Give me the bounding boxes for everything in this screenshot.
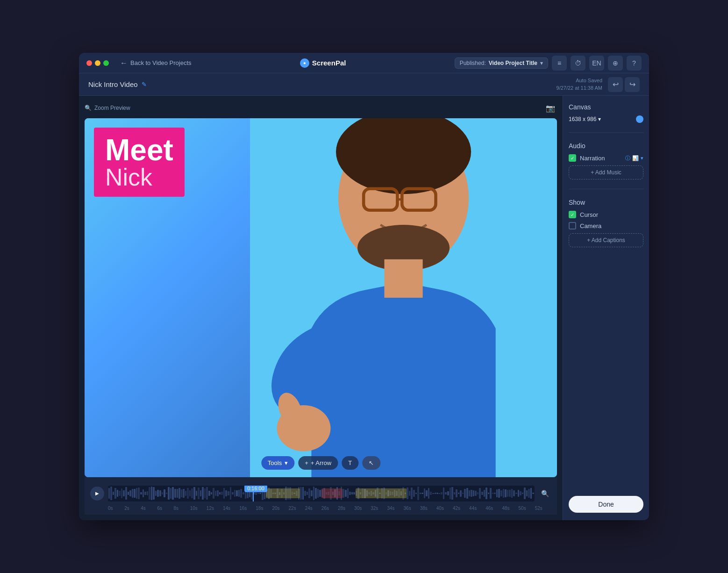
play-icon: ▶ bbox=[95, 491, 99, 496]
logo-text: ScreenPal bbox=[312, 59, 346, 67]
titlebar-right: Published: Video Project Title ▾ ≡ ⏱ EN … bbox=[455, 56, 642, 71]
camera-row: Camera bbox=[569, 222, 643, 229]
canvas-size-dropdown[interactable]: 1638 x 986 ▾ bbox=[569, 116, 601, 122]
timecode-label: 40s bbox=[436, 506, 453, 511]
tools-chevron-icon: ▾ bbox=[285, 459, 288, 466]
tools-label: Tools bbox=[268, 459, 282, 466]
arrow-tool-label: + Arrow bbox=[311, 459, 331, 466]
yellow-segment bbox=[266, 488, 300, 498]
timecode-label: 38s bbox=[420, 506, 436, 511]
minimize-button[interactable] bbox=[95, 60, 100, 66]
add-captions-button[interactable]: + Add Captions bbox=[569, 233, 643, 247]
timecode-label: 22s bbox=[289, 506, 305, 511]
cursor-checkbox[interactable]: ✓ bbox=[569, 211, 576, 218]
autosave-section: Auto Saved 9/27/22 at 11:38 AM ↩ ↪ bbox=[557, 77, 640, 92]
timeline-search-button[interactable]: 🔍 bbox=[538, 487, 551, 500]
timecode-label: 30s bbox=[354, 506, 371, 511]
help-icon[interactable]: ? bbox=[627, 56, 642, 71]
arrow-tool-button[interactable]: + + Arrow bbox=[298, 456, 338, 470]
canvas-audio-divider bbox=[569, 132, 643, 133]
tools-button[interactable]: Tools ▾ bbox=[261, 456, 294, 470]
info-icon[interactable]: ⓘ bbox=[625, 155, 630, 162]
close-button[interactable] bbox=[86, 60, 92, 66]
narration-chevron-icon[interactable]: ▾ bbox=[641, 155, 643, 161]
chart-icon[interactable]: 📊 bbox=[632, 155, 639, 161]
layers-icon[interactable]: ⊕ bbox=[608, 56, 623, 71]
menu-icon[interactable]: ≡ bbox=[552, 56, 567, 71]
cursor-tool-button[interactable]: ↖ bbox=[362, 456, 380, 470]
canvas-row: 1638 x 986 ▾ bbox=[569, 115, 643, 123]
language-icon[interactable]: EN bbox=[589, 56, 604, 71]
canvas-size-value: 1638 x 986 bbox=[569, 116, 596, 122]
autosave-label: Auto Saved bbox=[557, 77, 602, 84]
show-section: Show ✓ Cursor Camera + Add Captions bbox=[569, 199, 643, 247]
svg-rect-7 bbox=[384, 259, 422, 298]
project-title-container: Nick Intro Video ✎ bbox=[88, 80, 147, 88]
timecode-label: 12s bbox=[207, 506, 223, 511]
traffic-lights bbox=[86, 60, 109, 66]
zoom-preview-button[interactable]: 🔍 Zoom Preview bbox=[85, 105, 130, 111]
edit-title-icon[interactable]: ✎ bbox=[142, 81, 147, 88]
play-button[interactable]: ▶ bbox=[90, 487, 104, 501]
timecode-label: 24s bbox=[305, 506, 321, 511]
titlebar-center: ● ScreenPal bbox=[197, 58, 449, 68]
project-title: Nick Intro Video bbox=[88, 80, 138, 88]
timecode-label: 32s bbox=[371, 506, 387, 511]
timecode-label: 0s bbox=[108, 506, 124, 511]
timecode-label: 26s bbox=[321, 506, 338, 511]
timecode-label: 42s bbox=[453, 506, 469, 511]
timeline-track[interactable]: 0:16:00 bbox=[108, 486, 535, 501]
canvas-title: Canvas bbox=[569, 103, 643, 111]
text-tool-icon: T bbox=[348, 459, 352, 466]
add-music-button[interactable]: + Add Music bbox=[569, 165, 643, 179]
zoom-preview-label: Zoom Preview bbox=[94, 105, 130, 111]
canvas-section: Canvas 1638 x 986 ▾ bbox=[569, 103, 643, 123]
titlebar: ← Back to Video Projects ● ScreenPal Pub… bbox=[79, 53, 649, 73]
cursor-label: Cursor bbox=[580, 211, 598, 218]
timecode-label: 28s bbox=[338, 506, 354, 511]
autosave-date: 9/27/22 at 11:38 AM bbox=[557, 85, 602, 92]
maximize-button[interactable] bbox=[103, 60, 109, 66]
timecode-label: 36s bbox=[404, 506, 420, 511]
cursor-tool-icon: ↖ bbox=[369, 459, 374, 466]
logo: ● ScreenPal bbox=[300, 58, 346, 68]
camera-checkbox[interactable] bbox=[569, 222, 576, 229]
audio-show-divider bbox=[569, 189, 643, 189]
subheader: Nick Intro Video ✎ Auto Saved 9/27/22 at… bbox=[79, 73, 649, 96]
undo-button[interactable]: ↩ bbox=[608, 77, 623, 92]
undo-redo-controls: ↩ ↪ bbox=[608, 77, 640, 92]
autosave-text: Auto Saved 9/27/22 at 11:38 AM bbox=[557, 77, 602, 92]
publish-title: Video Project Title bbox=[489, 60, 537, 66]
canvas-color-indicator[interactable] bbox=[636, 115, 643, 123]
text-tool-button[interactable]: T bbox=[342, 456, 358, 470]
back-arrow-icon: ← bbox=[120, 59, 128, 67]
meet-text: Meet bbox=[105, 135, 173, 165]
done-button[interactable]: Done bbox=[569, 496, 643, 513]
playhead-time: 0:16:00 bbox=[244, 486, 267, 492]
redo-button[interactable]: ↪ bbox=[625, 77, 640, 92]
camera-label: Camera bbox=[580, 222, 601, 229]
main-content: 🔍 Zoom Preview 📷 bbox=[79, 96, 649, 520]
audio-title: Audio bbox=[569, 142, 643, 150]
add-music-label: + Add Music bbox=[591, 169, 621, 176]
timeline-controls: ▶ 0:16:00 🔍 bbox=[90, 481, 551, 506]
narration-checkbox[interactable]: ✓ bbox=[569, 154, 576, 162]
timecode-label: 10s bbox=[190, 506, 207, 511]
history-icon[interactable]: ⏱ bbox=[571, 56, 585, 71]
back-button[interactable]: ← Back to Video Projects bbox=[120, 59, 192, 67]
timecode-label: 44s bbox=[469, 506, 485, 511]
timecode-label: 50s bbox=[519, 506, 535, 511]
timecode-label: 18s bbox=[256, 506, 272, 511]
cursor-row: ✓ Cursor bbox=[569, 211, 643, 218]
publish-dropdown[interactable]: Published: Video Project Title ▾ bbox=[455, 57, 548, 69]
timecode-label: 52s bbox=[535, 506, 551, 511]
timecode-label: 20s bbox=[272, 506, 288, 511]
zoom-icon: 🔍 bbox=[85, 105, 92, 111]
timecode-label: 34s bbox=[387, 506, 403, 511]
timecode-label: 16s bbox=[239, 506, 256, 511]
video-preview[interactable]: Meet Nick Tools ▾ + + Arrow bbox=[85, 118, 557, 477]
screenshot-button[interactable]: 📷 bbox=[544, 101, 557, 115]
tools-overlay: Tools ▾ + + Arrow T ↖ bbox=[261, 456, 380, 470]
narration-icons: ⓘ 📊 ▾ bbox=[625, 155, 643, 162]
add-captions-label: + Add Captions bbox=[587, 237, 625, 244]
